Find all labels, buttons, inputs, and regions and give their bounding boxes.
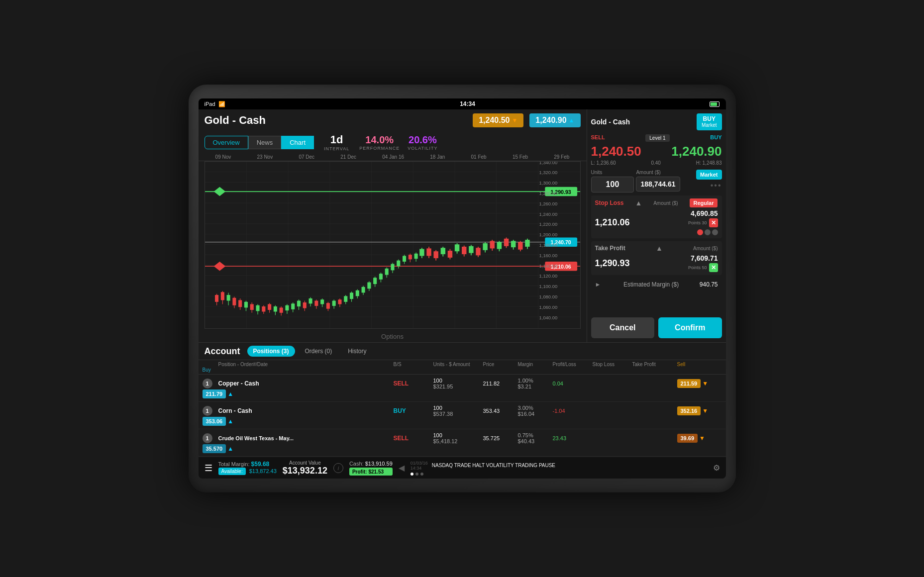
account-tabs: Account Positions (3) Orders (0) History (199, 343, 726, 360)
svg-rect-36 (215, 295, 218, 302)
confirm-button[interactable]: Confirm (658, 317, 722, 338)
regular-button[interactable]: Regular (690, 198, 718, 207)
svg-rect-48 (250, 304, 253, 310)
svg-text:1,280.00: 1,280.00 (539, 191, 557, 196)
units-input[interactable]: 100 (591, 177, 634, 192)
col-header-sl: Stop Loss (593, 362, 632, 367)
profit-section: Profit: $21.53 (349, 468, 393, 476)
performance-label: PERFORMANCE (359, 146, 400, 151)
tab-chart[interactable]: Chart (281, 136, 314, 149)
position-bs-3: SELL (394, 435, 433, 442)
position-pl-1: 0.04 (553, 381, 593, 386)
positions-tab[interactable]: Positions (3) (247, 346, 295, 357)
svg-rect-52 (262, 306, 265, 311)
table-row[interactable]: 1 Copper - Cash SELL 100 $321.95 211.82 … (199, 375, 726, 402)
amount-input[interactable]: 188,744.61 (636, 177, 680, 192)
battery-icon (710, 101, 719, 107)
table-row[interactable]: 1 Corn - Cash BUY 100 $537.38 353.43 3.0… (199, 402, 726, 429)
ipad-label: iPad (205, 101, 215, 107)
svg-rect-102 (408, 255, 411, 259)
svg-marker-25 (213, 187, 225, 196)
position-units-1: 100 $321.95 (433, 378, 483, 389)
svg-rect-66 (303, 302, 306, 308)
chart-buy-badge: 1,240.90 ▲ (529, 113, 580, 127)
sl-value-group: 1,210.06 (595, 217, 630, 228)
date-2: 23 Nov (257, 154, 273, 160)
orders-tab[interactable]: Orders (0) (299, 346, 338, 357)
position-pl-3: 23.43 (553, 435, 593, 441)
svg-text:1,120.00: 1,120.00 (539, 274, 557, 279)
cash-profit-section: Cash: $13,910.59 Profit: $21.53 (349, 461, 393, 476)
col-header-units: Units - $ Amount (433, 362, 483, 367)
cancel-button[interactable]: Cancel (591, 317, 655, 338)
order-buy-price: 1,240.90 (671, 144, 721, 159)
date-8: 15 Feb (513, 154, 528, 160)
svg-rect-72 (320, 299, 324, 304)
sl-close-button[interactable]: ✕ (709, 218, 718, 227)
options-label: Options (199, 331, 587, 342)
position-pl-2: -1.04 (553, 408, 593, 414)
position-margin-2: 3.00% $16.04 (518, 405, 553, 417)
table-header: Position - Order#/Date B/S Units - $ Amo… (199, 360, 726, 375)
hamburger-menu-icon[interactable]: ☰ (205, 463, 212, 474)
tab-overview[interactable]: Overview (205, 136, 248, 149)
order-asset-title: Gold - Cash (591, 118, 630, 126)
news-ticker: 01/03/16 14:34 NASDAQ TRADE HALT VOLATIL… (411, 461, 707, 476)
position-asset-name-1: Copper - Cash (218, 380, 394, 387)
dot-3 (420, 473, 423, 476)
nav-back-arrow-icon[interactable]: ◀ (399, 463, 405, 473)
position-bs-1: SELL (394, 380, 433, 387)
chart-area[interactable]: 1,290.93 1,240.70 1,210.06 (205, 161, 581, 329)
history-tab[interactable]: History (342, 346, 372, 357)
dot-1 (411, 473, 413, 476)
tp-close-button[interactable]: ✕ (709, 263, 718, 272)
tp-value-group: 1,290.93 (595, 258, 630, 269)
svg-rect-114 (447, 251, 452, 258)
svg-text:1,220.00: 1,220.00 (539, 222, 557, 227)
status-time: 14:34 (460, 100, 475, 107)
svg-rect-126 (490, 241, 494, 248)
dot-2 (415, 473, 418, 476)
estimated-margin-row: ► Estimated Margin ($) 940.75 (591, 278, 722, 291)
date-5: 04 Jan 16 (382, 154, 404, 160)
svg-marker-32 (213, 262, 225, 271)
chart-buy-price: 1,240.90 (535, 116, 566, 125)
table-row[interactable]: 1 Crude Oil West Texas - May... SELL 100… (199, 429, 726, 457)
market-select-btn[interactable]: Market (696, 170, 721, 180)
svg-rect-100 (403, 256, 406, 262)
sl-header: Stop Loss ▲ Amount ($) Regular (595, 198, 718, 207)
position-margin-1: 1.00% $3.21 (518, 378, 553, 389)
svg-rect-68 (308, 298, 312, 303)
buy-type-label: BUY (702, 115, 717, 122)
sl-toggle-icon[interactable]: ▲ (635, 199, 642, 207)
tp-values: 1,290.93 7,609.71 Points 50 ✕ (595, 254, 718, 272)
interval-info: 1d INTERVAL (324, 133, 349, 151)
tab-news[interactable]: News (248, 136, 282, 149)
svg-rect-94 (385, 269, 388, 275)
svg-rect-76 (332, 301, 335, 306)
settings-gear-icon[interactable]: ⚙ (713, 463, 720, 473)
news-ticker-inner: 01/03/16 14:34 NASDAQ TRADE HALT VOLATIL… (411, 461, 707, 471)
sl-right-group: 4,690.85 Points 30 ✕ (688, 209, 718, 235)
market-dots: ••• (711, 181, 722, 190)
svg-rect-84 (355, 290, 359, 296)
tp-right-group: 7,609.71 Points 50 ✕ (688, 254, 718, 272)
info-icon[interactable]: i (333, 463, 343, 473)
buy-market-button[interactable]: BUY Market (697, 113, 722, 130)
status-bar: iPad 📶 14:34 (199, 98, 726, 109)
svg-rect-118 (462, 247, 466, 254)
svg-rect-58 (279, 307, 283, 312)
stop-loss-section: Stop Loss ▲ Amount ($) Regular 1,210.06 … (591, 195, 722, 238)
chart-asset-title: Gold - Cash (205, 114, 467, 127)
position-buy-price-3: 35.570 ▲ (203, 444, 218, 453)
performance-info: 14.0% PERFORMANCE (359, 134, 400, 151)
svg-rect-40 (226, 295, 230, 301)
date-6: 18 Jan (430, 154, 445, 160)
date-1: 09 Nov (215, 154, 231, 160)
high-label: H: 1,248.83 (696, 160, 722, 166)
dot-indicators (411, 473, 707, 476)
tp-toggle-icon[interactable]: ▲ (656, 244, 663, 252)
chart-svg: 1,290.93 1,240.70 1,210.06 (205, 162, 580, 328)
ipad-screen: iPad 📶 14:34 Gold - Cash 1,240.50 ▼ (199, 98, 726, 479)
buy-up-arrow-icon: ▲ (569, 117, 575, 124)
